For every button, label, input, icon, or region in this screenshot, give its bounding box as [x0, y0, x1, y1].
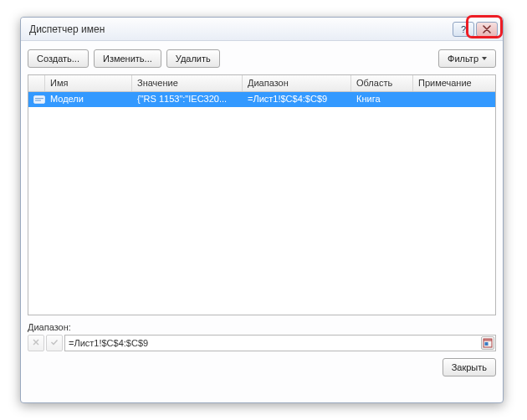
svg-rect-1: [35, 98, 43, 99]
svg-rect-4: [484, 339, 492, 341]
header-icon-col[interactable]: [28, 75, 45, 91]
dialog-footer: Закрыть: [28, 358, 496, 376]
svg-rect-2: [35, 100, 41, 101]
cell-name: Модели: [45, 92, 132, 107]
new-button[interactable]: Создать...: [28, 49, 89, 68]
header-scope[interactable]: Область: [351, 75, 413, 91]
refers-to-label: Диапазон:: [28, 322, 496, 332]
cancel-edit-button[interactable]: [28, 335, 44, 351]
defined-name-icon: [33, 95, 45, 104]
window-title: Диспетчер имен: [26, 23, 451, 35]
close-button[interactable]: Закрыть: [443, 358, 496, 376]
filter-button[interactable]: Фильтр: [438, 49, 496, 68]
edit-button[interactable]: Изменить...: [94, 49, 161, 68]
header-name[interactable]: Имя: [45, 75, 132, 91]
window-close-button[interactable]: [476, 22, 498, 37]
name-manager-dialog: Диспетчер имен ? Создать... Изменить... …: [20, 17, 504, 403]
collapse-dialog-button[interactable]: [481, 336, 494, 350]
help-icon: ?: [461, 24, 466, 34]
chevron-down-icon: [482, 57, 487, 60]
dialog-content: Создать... Изменить... Удалить Фильтр Им…: [28, 48, 496, 396]
header-range[interactable]: Диапазон: [243, 75, 351, 91]
grid-header: Имя Значение Диапазон Область Примечание: [28, 75, 495, 92]
refers-to-input[interactable]: [64, 335, 496, 351]
filter-label: Фильтр: [448, 54, 478, 64]
header-note[interactable]: Примечание: [413, 75, 495, 91]
toolbar: Создать... Изменить... Удалить Фильтр: [28, 48, 496, 69]
refers-to-section: Диапазон:: [28, 322, 496, 351]
cell-range: =Лист1!$C$4:$C$9: [243, 92, 351, 107]
titlebar: Диспетчер имен ?: [21, 18, 503, 41]
refedit-icon: [483, 338, 493, 348]
check-icon: [50, 338, 59, 348]
cell-value: {"RS 1153":"IEC320...: [132, 92, 243, 107]
close-icon: [483, 25, 491, 33]
grid-row[interactable]: Модели {"RS 1153":"IEC320... =Лист1!$C$4…: [28, 92, 495, 107]
header-value[interactable]: Значение: [132, 75, 243, 91]
cell-scope: Книга: [351, 92, 413, 107]
cell-note: [413, 92, 495, 107]
delete-button[interactable]: Удалить: [166, 49, 220, 68]
help-button[interactable]: ?: [453, 22, 474, 37]
refers-to-row: [28, 335, 496, 351]
confirm-edit-button[interactable]: [46, 335, 63, 351]
cancel-x-icon: [32, 338, 40, 348]
svg-rect-5: [485, 342, 489, 346]
row-icon-cell: [28, 92, 45, 107]
names-grid: Имя Значение Диапазон Область Примечание…: [28, 74, 496, 315]
svg-rect-0: [34, 96, 45, 104]
